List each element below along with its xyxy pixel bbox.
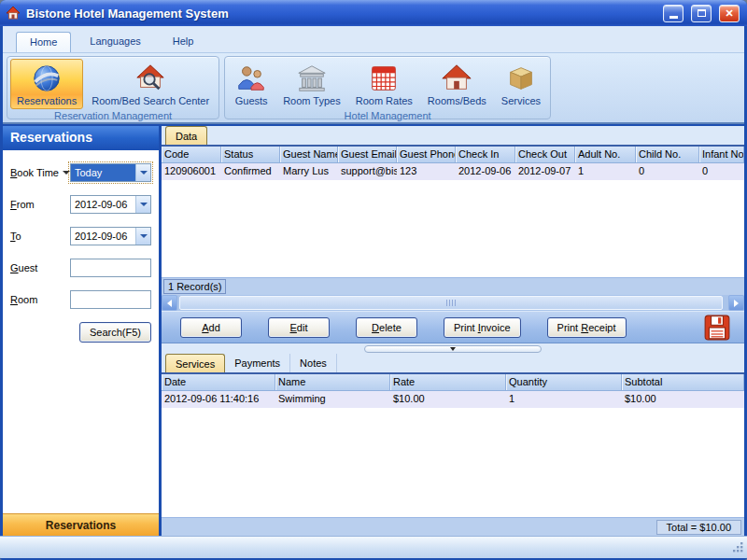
status-bar bbox=[0, 536, 747, 558]
cell-rate: $10.00 bbox=[390, 391, 506, 408]
thumb-grip-icon bbox=[446, 300, 457, 306]
column-header[interactable]: Date bbox=[162, 374, 275, 390]
book-time-value: Today bbox=[71, 164, 135, 181]
to-date-select[interactable]: 2012-09-06 bbox=[70, 227, 151, 245]
column-header[interactable]: Guest Name bbox=[280, 147, 338, 162]
collapse-splitter[interactable] bbox=[364, 345, 542, 353]
cell-quantity: 1 bbox=[506, 391, 622, 408]
column-header[interactable]: Quantity bbox=[506, 374, 622, 390]
guest-input[interactable] bbox=[70, 259, 151, 277]
ribbon-button-reservations[interactable]: Reservations bbox=[10, 59, 83, 109]
tab-services[interactable]: Services bbox=[165, 354, 225, 372]
room-label: Room bbox=[10, 294, 70, 305]
ribbon-button-rooms-beds[interactable]: Rooms/Beds bbox=[421, 59, 493, 109]
titlebar[interactable]: Bistone Hotel Management System ✕ bbox=[0, 0, 747, 26]
room-rates-icon bbox=[368, 62, 400, 95]
menu-tab-languages[interactable]: Languages bbox=[77, 32, 153, 52]
total-bar: Total = $10.00 bbox=[162, 517, 744, 536]
horizontal-scrollbar[interactable] bbox=[162, 295, 744, 311]
services-table-body bbox=[162, 408, 744, 517]
column-header[interactable]: Status bbox=[221, 147, 280, 162]
sidebar-title: Reservations bbox=[3, 126, 159, 150]
minimize-icon bbox=[669, 16, 678, 19]
ribbon-button-label: Room Types bbox=[283, 95, 341, 107]
scrollbar-thumb[interactable] bbox=[179, 296, 723, 310]
search-form: Book Time Today From 2012-09-06 To bbox=[3, 150, 159, 343]
sidebar-item-reservations[interactable]: Reservations bbox=[3, 513, 159, 536]
column-header[interactable]: Check In bbox=[456, 147, 515, 162]
chevron-down-icon[interactable] bbox=[135, 228, 150, 245]
column-header[interactable]: Child No. bbox=[636, 147, 699, 162]
cell-check-in: 2012-09-06 bbox=[456, 163, 515, 180]
book-time-label[interactable]: Book Time bbox=[10, 167, 70, 178]
services-icon bbox=[505, 62, 537, 95]
ribbon-button-room-bed-search-center[interactable]: Room/Bed Search Center bbox=[85, 59, 216, 109]
ribbon-button-services[interactable]: Services bbox=[495, 59, 547, 109]
column-header[interactable]: Code bbox=[162, 147, 221, 162]
table-row[interactable]: 2012-09-06 11:40:16 Swimming $10.00 1 $1… bbox=[162, 391, 744, 408]
maximize-button[interactable] bbox=[691, 5, 712, 22]
column-header[interactable]: Guest Email bbox=[338, 147, 397, 162]
chevron-down-icon[interactable] bbox=[135, 164, 150, 181]
scroll-left-icon[interactable] bbox=[162, 295, 177, 311]
record-count: 1 Record(s) bbox=[163, 279, 226, 294]
reservations-sidebar: Reservations Book Time Today From 2012-0… bbox=[3, 126, 162, 536]
main-panel: Data Code Status Guest Name Guest Email … bbox=[162, 126, 744, 536]
cell-adult-no: 1 bbox=[575, 163, 636, 180]
menu-tab-home[interactable]: Home bbox=[16, 32, 71, 52]
ribbon-button-label: Room Rates bbox=[356, 95, 413, 107]
chevron-down-icon[interactable] bbox=[135, 196, 150, 213]
ribbon-button-guests[interactable]: Guests bbox=[228, 59, 275, 109]
cell-child-no: 0 bbox=[636, 163, 699, 180]
delete-button[interactable]: Delete bbox=[356, 317, 417, 338]
splitter-row bbox=[162, 343, 744, 354]
table-row[interactable]: 120906001 Confirmed Marry Lus support@bi… bbox=[162, 163, 744, 180]
tab-data[interactable]: Data bbox=[165, 126, 207, 145]
record-count-bar: 1 Record(s) bbox=[162, 277, 744, 295]
column-header[interactable]: Guest Phone bbox=[397, 147, 456, 162]
reservations-table-header: Code Status Guest Name Guest Email Guest… bbox=[162, 147, 744, 163]
print-receipt-button[interactable]: Print Receipt bbox=[547, 317, 627, 338]
content-area: Reservations Book Time Today From 2012-0… bbox=[3, 124, 744, 536]
menu-tab-help[interactable]: Help bbox=[160, 32, 207, 52]
ribbon-button-room-types[interactable]: Room Types bbox=[276, 59, 347, 109]
cell-check-out: 2012-09-07 bbox=[515, 163, 575, 180]
window-title: Bistone Hotel Management System bbox=[26, 7, 655, 21]
save-floppy-icon[interactable] bbox=[703, 314, 731, 342]
cell-date: 2012-09-06 11:40:16 bbox=[162, 391, 275, 408]
book-time-select[interactable]: Today bbox=[70, 163, 151, 182]
print-invoice-button[interactable]: Print Invoice bbox=[444, 317, 521, 338]
cell-guest-email: support@bis bbox=[338, 163, 397, 180]
room-input[interactable] bbox=[70, 290, 151, 309]
close-button[interactable]: ✕ bbox=[719, 5, 740, 22]
column-header[interactable]: Subtotal bbox=[622, 374, 744, 390]
cell-guest-name: Marry Lus bbox=[280, 163, 338, 180]
column-header[interactable]: Infant No. bbox=[699, 147, 744, 162]
column-header[interactable]: Rate bbox=[390, 374, 506, 390]
from-date-select[interactable]: 2012-09-06 bbox=[70, 195, 151, 214]
ribbon-group-hotel-management: Guests Room Types bbox=[224, 56, 551, 119]
detail-tabstrip: Services Payments Notes bbox=[162, 354, 744, 374]
edit-button[interactable]: Edit bbox=[268, 317, 330, 338]
scrollbar-track[interactable] bbox=[177, 295, 728, 311]
tab-payments[interactable]: Payments bbox=[225, 354, 290, 372]
guests-icon bbox=[235, 62, 267, 95]
guest-label: Guest bbox=[10, 262, 70, 273]
column-header[interactable]: Check Out bbox=[515, 147, 575, 162]
scroll-right-icon[interactable] bbox=[728, 295, 744, 311]
total-value: Total = $10.00 bbox=[656, 520, 741, 535]
cell-subtotal: $10.00 bbox=[622, 391, 744, 408]
ribbon-group-caption: Hotel Management bbox=[225, 109, 550, 122]
ribbon-button-room-rates[interactable]: Room Rates bbox=[349, 59, 419, 109]
ribbon-button-label: Services bbox=[501, 95, 541, 107]
tab-notes[interactable]: Notes bbox=[290, 354, 337, 372]
minimize-button[interactable] bbox=[663, 5, 684, 22]
from-label: From bbox=[10, 199, 70, 210]
search-button[interactable]: Search(F5) bbox=[79, 322, 151, 343]
resize-grip-icon[interactable] bbox=[732, 541, 744, 553]
column-header[interactable]: Name bbox=[275, 374, 390, 390]
reservations-table-body bbox=[162, 180, 744, 277]
close-icon: ✕ bbox=[725, 8, 733, 19]
column-header[interactable]: Adult No. bbox=[575, 147, 636, 162]
add-button[interactable]: Add bbox=[180, 317, 242, 338]
